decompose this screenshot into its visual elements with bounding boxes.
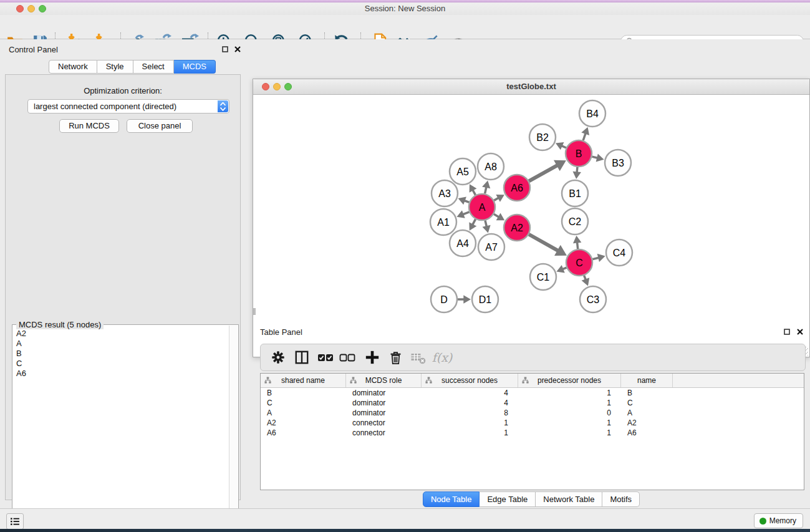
tab-network-table[interactable]: Network Table bbox=[536, 491, 602, 507]
table-cell: C bbox=[261, 399, 346, 407]
table-body: Bdominator41BCdominator41CAdominator80AA… bbox=[261, 388, 804, 438]
network-close-traffic-light[interactable] bbox=[262, 83, 269, 90]
desktop-strip-bottom bbox=[0, 529, 810, 532]
memory-button[interactable]: Memory bbox=[754, 513, 803, 528]
graph-node-label: C bbox=[576, 258, 583, 268]
memory-label: Memory bbox=[769, 516, 796, 525]
network-minimize-traffic-light[interactable] bbox=[273, 83, 281, 90]
mcds-result-list[interactable]: A2ABCA6 bbox=[13, 329, 228, 379]
network-window-title: testGlobe.txt bbox=[253, 79, 809, 94]
graph-node-label: A3 bbox=[438, 188, 451, 199]
table-close-panel-icon[interactable] bbox=[796, 327, 804, 336]
edge-arrowhead bbox=[483, 225, 491, 233]
table-cell: 4 bbox=[422, 389, 518, 397]
graph-node-label: A8 bbox=[485, 162, 497, 172]
mcds-result-box: MCDS result (5 nodes) A2ABCA6 bbox=[12, 324, 239, 532]
tab-motifs[interactable]: Motifs bbox=[602, 491, 640, 507]
delete-table-button[interactable] bbox=[408, 347, 428, 367]
select-all-button[interactable] bbox=[316, 347, 335, 367]
table-row[interactable]: Cdominator41C bbox=[261, 398, 804, 408]
table-cell: B bbox=[261, 389, 346, 397]
float-panel-icon[interactable] bbox=[221, 45, 229, 54]
network-graph-canvas[interactable]: AA1A2A3A4A5A6A7A8BB1B2B3B4CC1C2C3C4DD1 bbox=[253, 94, 809, 357]
table-cell: A6 bbox=[261, 428, 346, 437]
toggle-panel-button[interactable] bbox=[292, 347, 312, 367]
mcds-result-title: MCDS result (5 nodes) bbox=[16, 320, 104, 329]
mcds-result-item[interactable]: B bbox=[13, 349, 228, 359]
control-panel: Control Panel NetworkStyleSelectMCDS Opt… bbox=[0, 39, 244, 508]
network-maximize-traffic-light[interactable] bbox=[284, 83, 292, 90]
column-header-label: name bbox=[637, 376, 656, 385]
result-scrollbar[interactable] bbox=[229, 326, 238, 532]
graph-node-label: A7 bbox=[485, 242, 498, 253]
list-icon bbox=[9, 516, 21, 527]
apply-function-button[interactable]: f(x) bbox=[429, 347, 455, 367]
close-panel-button[interactable]: Close panel bbox=[127, 119, 193, 133]
run-mcds-button[interactable]: Run MCDS bbox=[59, 119, 119, 133]
column-header-successor-nodes[interactable]: successor nodes bbox=[422, 374, 518, 387]
table-row[interactable]: Bdominator41B bbox=[261, 388, 804, 398]
close-traffic-light[interactable] bbox=[16, 5, 24, 12]
table-cell: dominator bbox=[346, 409, 422, 417]
table-cell: 1 bbox=[518, 418, 621, 427]
mcds-result-item[interactable]: A bbox=[13, 339, 228, 349]
graph-node-label: A1 bbox=[437, 217, 450, 228]
network-window-titlebar[interactable]: testGlobe.txt bbox=[253, 79, 809, 95]
edge-A2-C[interactable] bbox=[529, 235, 558, 251]
tab-mcds[interactable]: MCDS bbox=[174, 60, 216, 74]
control-panel-title: Control Panel bbox=[9, 45, 58, 54]
mcds-result-item[interactable]: C bbox=[13, 359, 228, 369]
table-float-panel-icon[interactable] bbox=[783, 327, 791, 336]
plus-icon bbox=[365, 350, 380, 365]
table-header-row: shared nameMCDS rolesuccessor nodesprede… bbox=[261, 374, 804, 388]
tab-network[interactable]: Network bbox=[49, 60, 97, 74]
table-row[interactable]: A2connector11A2 bbox=[261, 418, 804, 428]
column-header-label: successor nodes bbox=[441, 376, 498, 385]
canvas-scroll-indicator-left bbox=[253, 308, 256, 315]
mcds-result-item[interactable]: A2 bbox=[13, 329, 228, 339]
tab-edge-table[interactable]: Edge Table bbox=[480, 491, 536, 507]
tab-style[interactable]: Style bbox=[97, 60, 133, 74]
graph-node-label: B3 bbox=[612, 158, 624, 168]
graph-node-label: C1 bbox=[537, 272, 550, 283]
mcds-result-item[interactable]: A6 bbox=[13, 369, 228, 379]
main-toolbar bbox=[0, 15, 810, 39]
column-header-MCDS-role[interactable]: MCDS role bbox=[346, 374, 422, 387]
task-history-button[interactable] bbox=[6, 513, 24, 530]
trash-icon bbox=[388, 351, 403, 365]
graph-node-label: B4 bbox=[586, 109, 599, 119]
node-table[interactable]: shared nameMCDS rolesuccessor nodesprede… bbox=[260, 373, 804, 490]
tab-select[interactable]: Select bbox=[133, 60, 174, 74]
table-row[interactable]: Adominator80A bbox=[261, 408, 804, 418]
control-panel-body: Optimization criterion: largest connecte… bbox=[5, 74, 241, 500]
delete-column-button[interactable] bbox=[385, 347, 405, 367]
deselect-all-button[interactable] bbox=[337, 347, 357, 367]
table-cell: 8 bbox=[422, 409, 518, 417]
control-panel-tabs: NetworkStyleSelectMCDS bbox=[49, 60, 216, 74]
maximize-traffic-light[interactable] bbox=[39, 5, 46, 12]
table-cell: B bbox=[621, 389, 673, 397]
table-cell: A bbox=[261, 409, 346, 417]
minimize-traffic-light[interactable] bbox=[27, 5, 35, 12]
table-cell: 4 bbox=[422, 399, 518, 407]
column-header-name[interactable]: name bbox=[621, 374, 673, 387]
close-panel-icon[interactable] bbox=[233, 45, 242, 54]
table-cell: 1 bbox=[422, 428, 518, 437]
table-options-button[interactable] bbox=[268, 347, 288, 367]
edge-A6-B[interactable] bbox=[529, 165, 557, 181]
column-header-predecessor-nodes[interactable]: predecessor nodes bbox=[518, 374, 621, 387]
function-fx-icon: f(x) bbox=[432, 351, 453, 364]
table-panel-title: Table Panel bbox=[260, 327, 302, 337]
graph-node-label: A4 bbox=[456, 238, 469, 249]
add-column-button[interactable] bbox=[362, 347, 382, 367]
edge-arrowhead bbox=[597, 254, 605, 262]
tab-node-table[interactable]: Node Table bbox=[423, 491, 480, 507]
column-header-shared-name[interactable]: shared name bbox=[261, 374, 346, 387]
graph-node-label: D bbox=[440, 294, 448, 305]
main-titlebar: Session: New Session bbox=[0, 2, 810, 15]
graph-node-label: B2 bbox=[536, 132, 549, 143]
table-row[interactable]: A6connector11A6 bbox=[261, 428, 804, 438]
criterion-dropdown[interactable]: largest connected component (directed) bbox=[27, 99, 229, 114]
criterion-value: largest connected component (directed) bbox=[34, 102, 176, 111]
window-title: Session: New Session bbox=[0, 2, 810, 15]
